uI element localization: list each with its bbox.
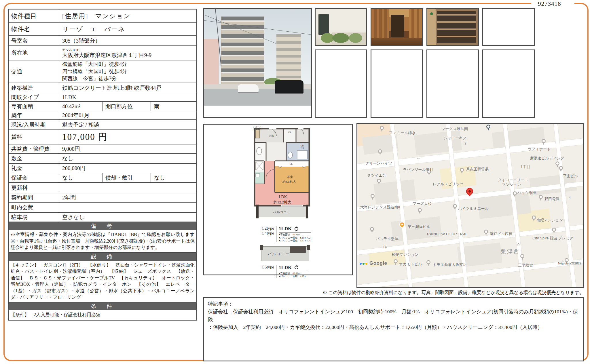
row-label: 敷金 [9,154,59,163]
table-row: 敷金なし [9,153,196,163]
table-row: 礼金200,000円 [9,163,196,173]
map-label: 平山ビル [563,174,578,179]
svg-text:1216: 1216 [299,147,304,150]
map-label: 三平給食 [518,263,533,268]
map-label: パステル敷津 [376,236,399,241]
floor-plan-panel: シューズ ボックス 玄関 WC UB 1216 CL 洋室 約4.5帖大 LDK… [203,124,353,275]
map-label: 8 [464,141,466,146]
svg-text:約4.5帖大: 約4.5帖大 [282,180,296,183]
special-notes-title: 特記事項： [208,300,579,308]
map-label: 9 [517,243,519,247]
power-lines [204,9,312,106]
table-row: 号室名305（3階部分） [9,35,196,45]
map-label: ファミール錦水 [389,130,415,136]
map-label: トモエ商事大阪支店 [433,262,467,267]
svg-text:約12.2帖大: 約12.2帖大 [273,200,291,204]
row-value: 40.42m² [59,102,103,111]
row-value: 2年間 [59,193,196,202]
entrance-sign [318,14,329,35]
row-label: 更新料 [9,183,59,193]
map-label: レアルスピリッツ [433,182,463,187]
row-value: 200,000円 [59,164,196,173]
table-row: 保証金 なし 償却・敷引 なし [9,173,196,182]
plan-spec: ■専有面積 40.42㎡ ■バルコニー面積 8.11㎡(C2) ■バルコニー面積… [279,232,311,242]
map-label: ← [416,155,421,161]
row-value: なし [59,154,196,163]
row-value: 南 [151,102,196,111]
row-label: 物件名 [9,23,59,35]
floorplan-label-balcony: バルコニー [273,210,291,214]
map-pin [453,204,457,208]
row-label: 賃料 [9,130,59,144]
map-pin [378,149,382,153]
svg-text:ボックス: ボックス [253,128,262,130]
row-value: [住居用] マンション [59,9,196,22]
map-label: 野田電気 [544,197,559,202]
map-pin [513,191,517,195]
floorplan-label-ldk: LDK [279,195,287,199]
map-label: オカモトビル [399,262,422,267]
map-label: マークス難波南 [441,126,468,132]
photo-mailboxes [426,8,479,46]
map-pin [394,259,398,263]
compass-icon [295,266,298,269]
map-label: RAINBOW COURT P-Ⅲ [427,232,466,236]
disclaimer-note: ※ この資料は物件の概略紹介資料になります。写真、間取図面、設備、概要などが現況… [322,290,584,296]
plan-spec: ■専有面積 40.42㎡ ■バルコニー面積 4.23㎡ [279,271,307,278]
photo-entrance [315,8,367,46]
map-pin [520,254,524,258]
photo-building-exterior [203,8,312,118]
map-pin [380,126,384,130]
compass-icon [295,227,298,231]
table-row: 物件名リーゾ エ パーネ [9,22,196,35]
row-label: 償却・敷引 [103,173,151,182]
table-row: 建築構造鉄筋コンクリート造 地上8階 総戸数44戸 [9,83,196,93]
map-label: 秀友国際貿易 [466,167,489,172]
map-label: 1丁目 [520,164,531,169]
map-building [414,130,462,155]
special-notes-line: ：保険要加入 2年契約 24,000円・カギ鍵交換代：22,000円・髙松あんし… [208,323,579,331]
table-row: 現況/入居時期退去予定 / 相談 [9,119,196,129]
map-pin [418,208,422,212]
map-pin [532,216,536,220]
row-value [59,183,196,193]
map-label: 14 [383,245,387,249]
map-pin [486,125,490,129]
plan-type: C4type [258,231,274,236]
map-label: ハイツルミエール [458,206,489,211]
row-value [59,203,196,212]
floorplan-label-entrance: 玄関 [269,134,274,137]
map-label: 大嵜レジデンス難波南Ⅱ [360,205,400,210]
property-sheet: 9273418 物件種目[住居用] マンション 物件名リーゾ エ パーネ 号室名… [0,0,592,364]
map-pin [559,166,563,170]
table-row: 更新料 [9,182,196,193]
row-value: 空きなし [59,213,196,222]
photo-slot-empty [315,49,367,118]
photo-slot-empty [371,49,423,118]
row-label: 現況/入居時期 [9,120,59,129]
row-value: 退去予定 / 相談 [59,120,196,129]
map-pin [426,260,430,264]
remarks-text: ※空室情報・募集条件・案内方法等の確認は『ITANDI BB』で確認をお願い致し… [9,230,196,252]
floorplan-label-room: 洋室 [286,175,293,179]
transit-line: 御堂筋線「大国町」徒歩4分 [62,61,127,68]
row-label: 物件種目 [9,9,59,22]
map-pin [539,195,543,199]
table-row: 所在地 〒556-0015大阪府大阪市浪速区敷津西１丁目9-9 [9,45,196,60]
section-bar-conditions: 条 件 [9,302,196,310]
equipment-text: 【キッチン】 ガスコンロ（2口） 【水廻り】 洗面台・シャワートイレ・洗髪洗面化… [9,261,196,302]
map-pin [552,228,556,232]
row-label: 礼金 [9,164,59,173]
map-label: 敷津西 [501,248,520,255]
map-label: ラパンジール湊町 [403,167,433,172]
map-pin [460,168,464,172]
map-pin [555,161,559,165]
map-label: 第三興福ビル [408,224,430,229]
map-pin [370,227,374,231]
building-exterior-art [204,9,311,106]
table-row: 築年2004年01月 [9,111,196,119]
table-row: 契約期間2年間 [9,193,196,202]
location-map: ファミール錦水マークス難波南シャトーキヌ8ラフィナートグリーンハイツ新浪速ビルデ… [356,123,584,288]
map-label: 4 [569,195,571,200]
photo-hallway [371,8,423,46]
